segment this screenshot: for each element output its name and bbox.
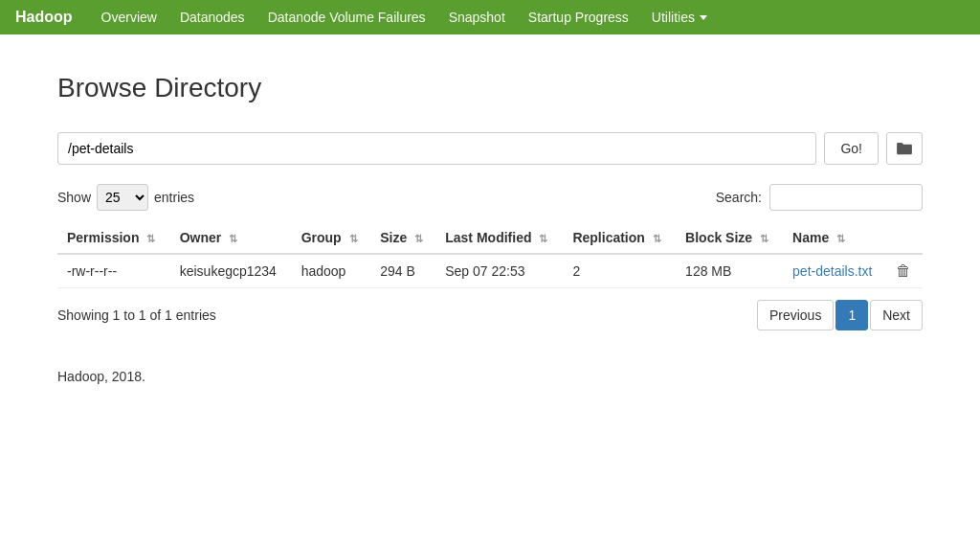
search-box: Search: <box>716 184 923 211</box>
nav-item-datanodes[interactable]: Datanodes <box>170 10 255 25</box>
pagination: Previous 1 Next <box>757 300 923 330</box>
main-content: Browse Directory Go! Show 10 25 50 100 e… <box>0 34 980 422</box>
cell-last-modified: Sep 07 22:53 <box>435 254 563 288</box>
nav-dropdown-utilities[interactable]: Utilities <box>642 6 717 29</box>
page-1-button[interactable]: 1 <box>835 300 868 330</box>
path-input[interactable] <box>57 132 816 165</box>
show-entries-container: Show 10 25 50 100 entries <box>57 184 194 211</box>
col-last-modified: Last Modified ⇅ <box>435 222 563 254</box>
sort-icon-block-size[interactable]: ⇅ <box>760 233 768 245</box>
controls-row: Show 10 25 50 100 entries Search: <box>57 184 923 211</box>
cell-size: 294 B <box>370 254 435 288</box>
sort-icon-group[interactable]: ⇅ <box>349 233 358 245</box>
cell-owner: keisukegcp1234 <box>170 254 292 288</box>
data-table: Permission ⇅ Owner ⇅ Group ⇅ Size ⇅ Last… <box>57 222 923 288</box>
nav-link-datanodes[interactable]: Datanodes <box>170 6 255 29</box>
sort-icon-owner[interactable]: ⇅ <box>229 233 237 245</box>
page-title: Browse Directory <box>57 73 923 103</box>
sort-icon-name[interactable]: ⇅ <box>836 233 845 245</box>
table-header-row: Permission ⇅ Owner ⇅ Group ⇅ Size ⇅ Last… <box>57 222 923 254</box>
navbar: Hadoop Overview Datanodes Datanode Volum… <box>0 0 980 34</box>
nav-item-datanode-volume-failures[interactable]: Datanode Volume Failures <box>258 10 435 25</box>
showing-text: Showing 1 to 1 of 1 entries <box>57 307 216 323</box>
cell-delete: 🗑 <box>886 254 923 288</box>
nav-item-overview[interactable]: Overview <box>92 10 167 25</box>
footer-text: Hadoop, 2018. <box>57 369 145 384</box>
folder-icon <box>896 142 913 155</box>
next-button[interactable]: Next <box>870 300 923 330</box>
nav-link-datanode-volume-failures[interactable]: Datanode Volume Failures <box>258 6 435 29</box>
col-block-size: Block Size ⇅ <box>676 222 783 254</box>
col-size: Size ⇅ <box>370 222 435 254</box>
col-owner: Owner ⇅ <box>170 222 292 254</box>
sort-icon-last-modified[interactable]: ⇅ <box>539 233 547 245</box>
col-name: Name ⇅ <box>783 222 886 254</box>
cell-replication: 2 <box>563 254 676 288</box>
delete-icon[interactable]: 🗑 <box>896 262 911 279</box>
bottom-row: Showing 1 to 1 of 1 entries Previous 1 N… <box>57 300 923 330</box>
nav-link-snapshot[interactable]: Snapshot <box>439 6 515 29</box>
search-input[interactable] <box>769 184 923 211</box>
go-button[interactable]: Go! <box>824 132 879 165</box>
col-replication: Replication ⇅ <box>563 222 676 254</box>
cell-group: hadoop <box>292 254 371 288</box>
entries-label: entries <box>154 190 194 205</box>
nav-item-startup-progress[interactable]: Startup Progress <box>519 10 638 25</box>
navbar-brand[interactable]: Hadoop <box>15 9 73 26</box>
entries-select[interactable]: 10 25 50 100 <box>97 184 148 211</box>
file-link[interactable]: pet-details.txt <box>792 263 872 279</box>
cell-name: pet-details.txt <box>783 254 886 288</box>
table-body: -rw-r--r-- keisukegcp1234 hadoop 294 B S… <box>57 254 923 288</box>
previous-button[interactable]: Previous <box>757 300 834 330</box>
nav-item-snapshot[interactable]: Snapshot <box>439 10 515 25</box>
show-label: Show <box>57 190 91 205</box>
nav-link-startup-progress[interactable]: Startup Progress <box>519 6 638 29</box>
footer: Hadoop, 2018. <box>57 369 923 384</box>
table-head: Permission ⇅ Owner ⇅ Group ⇅ Size ⇅ Last… <box>57 222 923 254</box>
path-row: Go! <box>57 132 923 165</box>
nav-item-utilities[interactable]: Utilities <box>642 6 717 29</box>
col-group: Group ⇅ <box>292 222 371 254</box>
navbar-nav: Overview Datanodes Datanode Volume Failu… <box>92 6 717 29</box>
col-action <box>886 222 923 254</box>
sort-icon-replication[interactable]: ⇅ <box>653 233 661 245</box>
search-label: Search: <box>716 190 762 205</box>
chevron-down-icon <box>700 15 707 20</box>
nav-link-overview[interactable]: Overview <box>92 6 167 29</box>
table-row: -rw-r--r-- keisukegcp1234 hadoop 294 B S… <box>57 254 923 288</box>
sort-icon-size[interactable]: ⇅ <box>414 233 423 245</box>
sort-icon-permission[interactable]: ⇅ <box>146 233 155 245</box>
cell-block-size: 128 MB <box>676 254 783 288</box>
col-permission: Permission ⇅ <box>57 222 170 254</box>
folder-button[interactable] <box>886 132 923 165</box>
cell-permission: -rw-r--r-- <box>57 254 170 288</box>
